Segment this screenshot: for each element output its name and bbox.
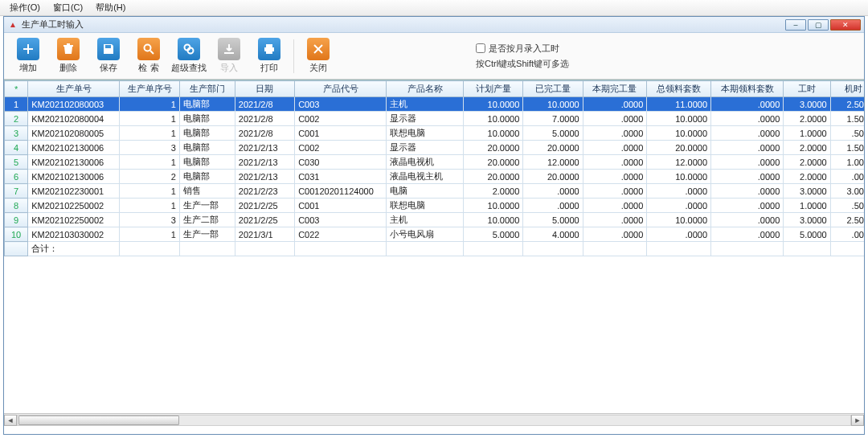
cell[interactable]: 1 <box>120 184 179 199</box>
cell[interactable]: 电脑部 <box>179 97 235 112</box>
cell[interactable]: KM202102250002 <box>28 213 120 227</box>
cell[interactable]: 3.0000 <box>784 97 830 112</box>
close-window-button[interactable]: ✕ <box>830 19 861 31</box>
cell[interactable]: 1.0000 <box>784 199 830 213</box>
cell[interactable]: .0000 <box>647 184 711 199</box>
cell[interactable]: .0000 <box>647 199 711 213</box>
cell[interactable]: 20.0000 <box>463 170 522 184</box>
cell[interactable]: 20.0000 <box>463 141 522 155</box>
save-button[interactable]: 保存 <box>89 36 128 76</box>
row-number[interactable]: 1 <box>5 97 28 112</box>
row-number[interactable]: 3 <box>5 126 28 141</box>
row-selector-header[interactable]: * <box>5 81 28 97</box>
cell[interactable]: KM202102080003 <box>28 97 120 112</box>
cell[interactable]: .5000 <box>830 126 864 141</box>
cell[interactable]: .0000 <box>711 184 784 199</box>
cell[interactable]: C003 <box>295 97 387 112</box>
cell[interactable]: 1 <box>120 155 179 170</box>
grid-scroll[interactable]: *生产单号生产单序号生产部门日期产品代号产品名称计划产量已完工量本期完工量总领料… <box>4 80 864 413</box>
cell[interactable]: 2.0000 <box>784 155 830 170</box>
cell[interactable]: 小号电风扇 <box>387 227 464 242</box>
cell[interactable]: .0000 <box>830 227 864 242</box>
cell[interactable]: 2.0000 <box>784 112 830 126</box>
cell[interactable]: 1 <box>120 227 179 242</box>
delete-button[interactable]: 删除 <box>49 36 88 76</box>
table-row[interactable]: 8KM2021022500021生产一部2021/2/25C001联想电脑10.… <box>5 199 865 213</box>
cell[interactable]: 1.0000 <box>784 126 830 141</box>
table-row[interactable]: 3KM2021020800051电脑部2021/2/8C001联想电脑10.00… <box>5 126 865 141</box>
cell[interactable]: .0000 <box>583 199 647 213</box>
cell[interactable]: KM202102130006 <box>28 155 120 170</box>
cell[interactable]: C001 <box>295 126 387 141</box>
cell[interactable]: .0000 <box>711 155 784 170</box>
column-header[interactable]: 生产单序号 <box>120 81 179 97</box>
cell[interactable]: KM202102080005 <box>28 126 120 141</box>
cell[interactable]: .0000 <box>583 170 647 184</box>
table-row[interactable]: 6KM2021021300062电脑部2021/2/13C031液晶电视主机20… <box>5 170 865 184</box>
cell[interactable]: .0000 <box>711 112 784 126</box>
scroll-thumb[interactable] <box>18 415 179 425</box>
column-header[interactable]: 本期领料套数 <box>711 81 784 97</box>
cell[interactable]: 2.0000 <box>784 141 830 155</box>
table-row[interactable]: 1KM2021020800031电脑部2021/2/8C003主机10.0000… <box>5 97 865 112</box>
cell[interactable]: 1.0000 <box>830 155 864 170</box>
cell[interactable]: .0000 <box>711 227 784 242</box>
cell[interactable]: 液晶电视机 <box>387 155 464 170</box>
cell[interactable]: 联想电脑 <box>387 199 464 213</box>
cell[interactable]: .0000 <box>711 126 784 141</box>
cell[interactable]: 生产二部 <box>179 213 235 227</box>
column-header[interactable]: 已完工量 <box>523 81 583 97</box>
cell[interactable]: 10.0000 <box>463 213 522 227</box>
cell[interactable]: 2.0000 <box>784 170 830 184</box>
column-header[interactable]: 本期完工量 <box>583 81 647 97</box>
cell[interactable]: 4.0000 <box>523 227 583 242</box>
cell[interactable]: .0000 <box>711 170 784 184</box>
cell[interactable]: 5.0000 <box>463 227 522 242</box>
scroll-track[interactable] <box>17 415 851 426</box>
cell[interactable]: 2021/2/8 <box>235 112 294 126</box>
column-header[interactable]: 机时 <box>830 81 864 97</box>
cell[interactable]: 20.0000 <box>463 155 522 170</box>
cell[interactable]: 3.0000 <box>830 184 864 199</box>
cell[interactable]: .0000 <box>583 126 647 141</box>
cell[interactable]: 联想电脑 <box>387 126 464 141</box>
cell[interactable]: 2.5000 <box>830 97 864 112</box>
cell[interactable]: KM202102250002 <box>28 199 120 213</box>
table-row[interactable]: 9KM2021022500023生产二部2021/2/25C003主机10.00… <box>5 213 865 227</box>
row-number[interactable]: 5 <box>5 155 28 170</box>
cell[interactable]: .0000 <box>711 141 784 155</box>
menu-help[interactable]: 帮助(H) <box>89 0 132 15</box>
cell[interactable]: C002 <box>295 141 387 155</box>
row-number[interactable]: 4 <box>5 141 28 155</box>
cell[interactable]: 1 <box>120 97 179 112</box>
cell[interactable]: 10.0000 <box>647 170 711 184</box>
cell[interactable]: 10.0000 <box>523 97 583 112</box>
supersearch-button[interactable]: 超级查找 <box>170 36 208 76</box>
cell[interactable]: .0000 <box>583 213 647 227</box>
cell[interactable]: 1.5000 <box>830 141 864 155</box>
cell[interactable]: 10.0000 <box>647 112 711 126</box>
cell[interactable]: 3 <box>120 213 179 227</box>
cell[interactable]: 电脑 <box>387 184 464 199</box>
cell[interactable]: 显示器 <box>387 112 464 126</box>
monthly-checkbox[interactable] <box>476 43 485 53</box>
cell[interactable]: 11.0000 <box>647 97 711 112</box>
cell[interactable]: 电脑部 <box>179 112 235 126</box>
cell[interactable]: .0000 <box>583 227 647 242</box>
cell[interactable]: 1.5000 <box>830 112 864 126</box>
cell[interactable]: 10.0000 <box>647 213 711 227</box>
cell[interactable]: KM202102230001 <box>28 184 120 199</box>
row-number[interactable]: 10 <box>5 227 28 242</box>
cell[interactable]: .0000 <box>711 199 784 213</box>
cell[interactable]: 2021/2/25 <box>235 213 294 227</box>
minimize-button[interactable]: – <box>785 19 806 31</box>
cell[interactable]: .0000 <box>647 227 711 242</box>
row-number[interactable]: 7 <box>5 184 28 199</box>
column-header[interactable]: 工时 <box>784 81 830 97</box>
cell[interactable]: 电脑部 <box>179 155 235 170</box>
menu-operate[interactable]: 操作(O) <box>3 0 47 15</box>
cell[interactable]: C00120201124000 <box>295 184 387 199</box>
table-row[interactable]: 10KM2021030300021生产一部2021/3/1C022小号电风扇5.… <box>5 227 865 242</box>
cell[interactable]: .5000 <box>830 199 864 213</box>
cell[interactable]: 20.0000 <box>647 141 711 155</box>
